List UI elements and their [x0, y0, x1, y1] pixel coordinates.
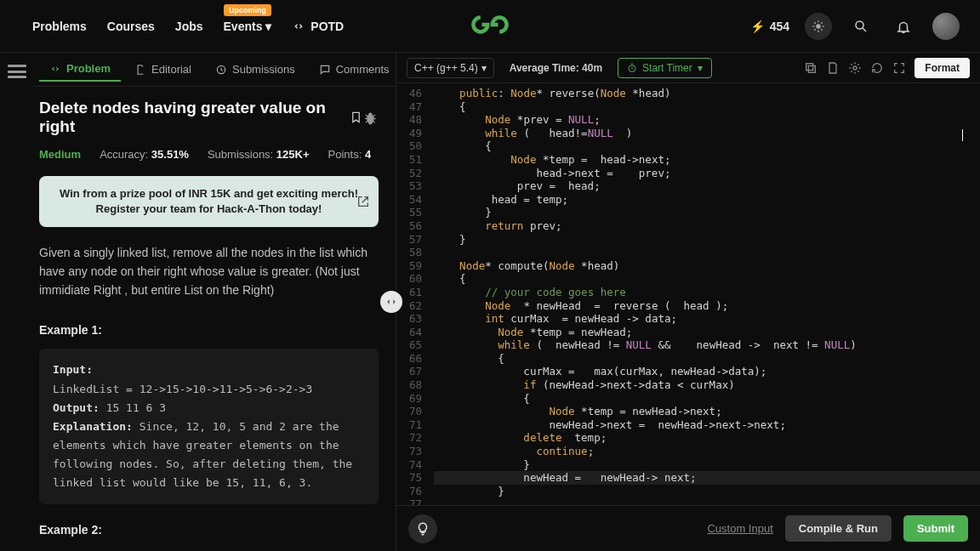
accuracy-value: 35.51% — [151, 148, 189, 161]
bookmark-icon[interactable] — [350, 111, 362, 124]
svg-line-5 — [814, 22, 815, 23]
nav-events-label: Events — [224, 20, 263, 33]
nav-right: ⚡ 454 — [750, 13, 960, 40]
panel-tabs: Problem Editorial Submissions Comments — [34, 53, 396, 87]
file-icon[interactable] — [826, 61, 840, 75]
nav-left: Problems Courses Jobs Upcoming Events ▾ … — [32, 20, 344, 33]
nav-potd[interactable]: POTD — [292, 20, 344, 33]
svg-point-15 — [853, 66, 857, 70]
tab-problem[interactable]: Problem — [39, 57, 121, 82]
resize-icon — [385, 296, 397, 308]
hint-button[interactable] — [408, 514, 437, 543]
sidebar-toggle-area — [0, 53, 34, 551]
difficulty: Medium — [39, 148, 81, 161]
nav-problems[interactable]: Problems — [32, 20, 87, 33]
points-value: 4 — [365, 148, 371, 161]
top-nav: Problems Courses Jobs Upcoming Events ▾ … — [0, 0, 980, 53]
upcoming-badge: Upcoming — [224, 4, 271, 16]
promo-text: Win from a prize pool of INR 15K and get… — [60, 187, 358, 215]
logo[interactable] — [466, 9, 514, 43]
problem-title: Delete nodes having greater value on rig… — [39, 99, 362, 136]
external-link-icon — [356, 195, 370, 208]
tab-submissions[interactable]: Submissions — [205, 58, 305, 81]
search-icon — [853, 19, 869, 34]
start-timer-button[interactable]: Start Timer ▾ — [618, 58, 712, 78]
doc-icon — [134, 64, 146, 76]
nav-events[interactable]: Upcoming Events ▾ — [224, 20, 272, 33]
tab-editorial[interactable]: Editorial — [124, 58, 202, 81]
points-label: Points: — [328, 148, 362, 161]
theme-toggle[interactable] — [805, 13, 832, 40]
gfg-logo-icon — [466, 9, 514, 40]
example-1-box: Input: LinkedList = 12->15->10->11->5->6… — [39, 349, 379, 504]
main: Problem Editorial Submissions Comments D… — [0, 53, 980, 551]
example-2-heading: Example 2: — [39, 523, 379, 537]
potd-label: POTD — [311, 20, 344, 33]
custom-input-link[interactable]: Custom Input — [707, 522, 772, 535]
svg-line-6 — [821, 29, 822, 30]
bell-icon — [896, 19, 911, 34]
chevron-down-icon: ▾ — [698, 62, 703, 74]
svg-rect-13 — [809, 65, 816, 72]
svg-point-9 — [856, 21, 863, 29]
panel-resize-handle[interactable] — [380, 291, 402, 313]
hamburger-button[interactable] — [8, 65, 26, 78]
svg-line-10 — [863, 28, 866, 31]
svg-rect-14 — [806, 63, 813, 70]
code-editor[interactable]: 4647484950515253545556575859606162636465… — [396, 83, 980, 505]
svg-line-8 — [821, 22, 822, 23]
problem-body[interactable]: Delete nodes having greater value on rig… — [34, 87, 396, 551]
chevron-down-icon: ▾ — [481, 62, 487, 74]
example-1-heading: Example 1: — [39, 323, 379, 337]
accuracy-label: Accuracy: — [100, 148, 148, 161]
tab-problem-label: Problem — [66, 62, 111, 75]
format-button[interactable]: Format — [914, 58, 970, 78]
submissions-label: Submissions: — [208, 148, 273, 161]
bolt-icon: ⚡ — [750, 20, 765, 33]
nav-courses[interactable]: Courses — [107, 20, 155, 33]
fullscreen-icon[interactable] — [892, 61, 906, 75]
notifications-button[interactable] — [890, 13, 917, 40]
submissions-value: 125K+ — [276, 148, 310, 161]
code-icon — [292, 20, 305, 33]
language-select[interactable]: C++ (g++ 5.4) ▾ — [407, 58, 494, 78]
bulb-icon — [415, 521, 430, 537]
text-cursor — [962, 129, 963, 141]
gear-icon[interactable] — [848, 61, 862, 75]
timer-icon — [627, 63, 637, 73]
chevron-down-icon: ▾ — [265, 20, 271, 33]
editor-toolbar: C++ (g++ 5.4) ▾ Average Time: 40m Start … — [396, 53, 980, 83]
avatar[interactable] — [932, 13, 960, 40]
tab-comments[interactable]: Comments — [309, 58, 400, 81]
reset-icon[interactable] — [870, 61, 884, 75]
tab-editorial-label: Editorial — [151, 63, 191, 76]
tab-comments-label: Comments — [336, 63, 390, 76]
problem-description: Given a singly linked list, remove all t… — [39, 244, 379, 299]
chat-icon — [319, 64, 331, 76]
svg-point-0 — [816, 24, 820, 28]
code-area[interactable]: public: Node* reverse(Node *head) { Node… — [429, 83, 980, 505]
clock-icon — [215, 64, 227, 76]
problem-panel: Problem Editorial Submissions Comments D… — [34, 53, 396, 551]
tab-submissions-label: Submissions — [232, 63, 295, 76]
avg-time: Average Time: 40m — [510, 62, 602, 74]
copy-icon[interactable] — [804, 61, 818, 75]
streak-value: 454 — [770, 20, 789, 33]
editor-panel: C++ (g++ 5.4) ▾ Average Time: 40m Start … — [396, 53, 980, 551]
compile-run-button[interactable]: Compile & Run — [785, 515, 892, 542]
search-button[interactable] — [847, 13, 875, 40]
sun-icon — [812, 20, 825, 33]
submit-button[interactable]: Submit — [903, 515, 968, 542]
nav-jobs[interactable]: Jobs — [175, 20, 203, 33]
line-gutter: 4647484950515253545556575859606162636465… — [396, 83, 429, 505]
svg-line-7 — [814, 29, 815, 30]
editor-bottom-bar: Custom Input Compile & Run Submit — [396, 505, 980, 551]
timer-label: Start Timer — [642, 62, 692, 74]
bug-report-icon[interactable] — [362, 109, 379, 126]
problem-stats: Medium Accuracy: 35.51% Submissions: 125… — [39, 148, 379, 161]
code-tab-icon — [49, 63, 61, 75]
streak-counter[interactable]: ⚡ 454 — [750, 20, 789, 33]
language-label: C++ (g++ 5.4) — [414, 62, 478, 74]
promo-banner[interactable]: Win from a prize pool of INR 15K and get… — [39, 176, 379, 227]
